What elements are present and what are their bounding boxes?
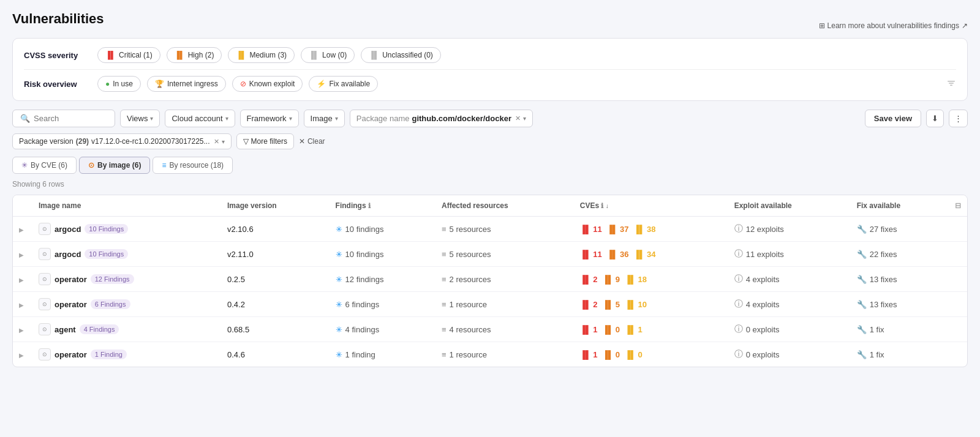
row-expander[interactable]: ▶ bbox=[19, 226, 24, 233]
chevron-down-icon: ▾ bbox=[222, 138, 225, 145]
findings-count-badge[interactable]: 10 Findings bbox=[85, 249, 128, 259]
image-dropdown[interactable]: Image ▾ bbox=[304, 110, 345, 127]
views-dropdown[interactable]: Views ▾ bbox=[120, 110, 160, 127]
cell-image-version: v2.11.0 bbox=[221, 242, 330, 267]
chevron-down-icon: ▾ bbox=[523, 115, 526, 122]
bar-orange-icon: ▐▌ bbox=[602, 300, 613, 309]
risk-known-exploit-btn[interactable]: ⊘ Known exploit bbox=[232, 76, 303, 92]
wrench-icon: 🔧 bbox=[857, 250, 867, 259]
wrench-icon: 🔧 bbox=[857, 225, 867, 234]
risk-label: Risk overview bbox=[24, 80, 91, 89]
layers-icon: ≡ bbox=[442, 350, 447, 359]
severity-medium-btn[interactable]: ▐▌ Medium (3) bbox=[228, 47, 295, 63]
cell-exploit: ⓘ 4 exploits bbox=[728, 292, 851, 317]
cell-image-name: ⊙ agent 4 Findings bbox=[32, 317, 221, 342]
risk-filter-row: Risk overview ● In use 🏆 Internet ingres… bbox=[24, 76, 956, 92]
info-circle-icon: ⓘ bbox=[734, 299, 743, 310]
warning-icon: ⊘ bbox=[240, 80, 246, 88]
framework-dropdown[interactable]: Framework ▾ bbox=[240, 110, 299, 127]
bar-yellow-icon: ▐▌ bbox=[625, 350, 636, 359]
tab-by-image[interactable]: ⊙ By image (6) bbox=[79, 157, 150, 174]
column-settings-icon[interactable]: ⊟ bbox=[955, 201, 961, 210]
row-expander[interactable]: ▶ bbox=[19, 352, 24, 359]
remove-package-name-btn[interactable]: ✕ bbox=[515, 114, 521, 122]
risk-in-use-btn[interactable]: ● In use bbox=[97, 76, 141, 92]
cves-info-icon[interactable]: ℹ bbox=[601, 202, 603, 209]
external-icon: ↗ bbox=[962, 21, 968, 30]
snowflake-icon: ✳ bbox=[336, 300, 342, 309]
bar-red-icon: ▐▌ bbox=[580, 300, 591, 309]
findings-count-badge[interactable]: 1 Finding bbox=[91, 349, 127, 359]
row-expander[interactable]: ▶ bbox=[19, 252, 24, 258]
chevron-down-icon: ▾ bbox=[150, 115, 153, 122]
save-view-button[interactable]: Save view bbox=[865, 110, 921, 127]
row-expander[interactable]: ▶ bbox=[19, 277, 24, 283]
data-table: Image name Image version Findings ℹ Affe… bbox=[12, 195, 968, 367]
cve-critical-count: ▐▌11 bbox=[580, 225, 602, 234]
table-row: ▶ ⊙ argocd 10 Findings v2.11.0 ✳ 10 find… bbox=[13, 242, 967, 267]
severity-low-btn[interactable]: ▐▌ Low (0) bbox=[301, 47, 355, 63]
cve-medium-count: ▐▌34 bbox=[634, 250, 656, 259]
download-icon: ⬇ bbox=[932, 114, 938, 123]
findings-count-badge[interactable]: 10 Findings bbox=[85, 224, 128, 234]
severity-unclassified-btn[interactable]: ▐▌ Unclassified (0) bbox=[361, 47, 441, 63]
remove-pkg-version-btn[interactable]: ✕ bbox=[214, 138, 219, 146]
findings-count-badge[interactable]: 4 Findings bbox=[80, 324, 119, 334]
findings-info-icon[interactable]: ℹ bbox=[368, 202, 371, 209]
risk-internet-ingress-btn[interactable]: 🏆 Internet ingress bbox=[147, 76, 226, 92]
severity-critical-btn[interactable]: ▐▌ Critical (1) bbox=[97, 47, 160, 63]
image-name-text: argocd bbox=[55, 225, 81, 234]
image-name-text: operator bbox=[55, 275, 87, 284]
filter-card: CVSS severity ▐▌ Critical (1) ▐▌ High (2… bbox=[12, 38, 968, 101]
findings-count-badge[interactable]: 12 Findings bbox=[91, 274, 134, 284]
cell-fix: 🔧 22 fixes bbox=[851, 242, 949, 267]
pkg-version-value: v17.12.0-ce-rc1.0.2020073017225... bbox=[91, 137, 209, 146]
snowflake-icon: ✳ bbox=[336, 250, 342, 259]
sort-icon[interactable]: ↓ bbox=[606, 203, 609, 209]
tab-by-resource[interactable]: ≡ By resource (18) bbox=[153, 157, 233, 174]
tab-by-cve[interactable]: ✳ By CVE (6) bbox=[12, 157, 77, 174]
svg-rect-1 bbox=[949, 83, 954, 84]
tab-bar: ✳ By CVE (6) ⊙ By image (6) ≡ By resourc… bbox=[12, 157, 968, 174]
search-input-container[interactable]: 🔍 bbox=[12, 110, 115, 127]
cell-resources: ≡ 2 resources bbox=[435, 267, 574, 292]
cell-resources: ≡ 1 resource bbox=[435, 342, 574, 367]
info-circle-icon: ⓘ bbox=[734, 324, 743, 335]
image-icon-thumb: ⊙ bbox=[39, 273, 51, 285]
row-expander[interactable]: ▶ bbox=[19, 327, 24, 334]
table-row: ▶ ⊙ operator 1 Finding 0.4.6 ✳ 1 finding… bbox=[13, 342, 967, 367]
cve-high-count: ▐▌0 bbox=[602, 350, 620, 359]
layers-icon: ≡ bbox=[442, 325, 447, 334]
row-expander[interactable]: ▶ bbox=[19, 302, 24, 308]
risk-fix-available-btn[interactable]: ⚡ Fix available bbox=[309, 76, 378, 92]
findings-count-badge[interactable]: 6 Findings bbox=[91, 299, 130, 309]
trophy-icon: 🏆 bbox=[155, 80, 164, 88]
info-circle-icon: ⓘ bbox=[734, 248, 743, 260]
x-icon: ✕ bbox=[299, 137, 305, 146]
pkg-version-filter: Package version (29) v17.12.0-ce-rc1.0.2… bbox=[12, 133, 232, 149]
cell-image-version: 0.4.2 bbox=[221, 292, 330, 317]
cell-image-name: ⊙ operator 12 Findings bbox=[32, 267, 221, 292]
layers-icon: ≡ bbox=[442, 275, 447, 284]
image-name-text: agent bbox=[55, 325, 76, 334]
download-button[interactable]: ⬇ bbox=[926, 110, 944, 127]
cloud-account-dropdown[interactable]: Cloud account ▾ bbox=[165, 110, 235, 127]
severity-high-btn[interactable]: ▐▌ High (2) bbox=[167, 47, 222, 63]
clear-filters-button[interactable]: ✕ Clear bbox=[299, 137, 325, 146]
table-row: ▶ ⊙ operator 6 Findings 0.4.2 ✳ 6 findin… bbox=[13, 292, 967, 317]
col-findings: Findings ℹ bbox=[330, 195, 435, 217]
bar-orange-icon: ▐▌ bbox=[607, 225, 618, 234]
cell-cves: ▐▌2 ▐▌5 ▐▌10 bbox=[574, 292, 728, 317]
more-filters-button[interactable]: ▽ More filters bbox=[236, 133, 294, 149]
cve-high-count: ▐▌36 bbox=[607, 250, 629, 259]
severity-filter-row: CVSS severity ▐▌ Critical (1) ▐▌ High (2… bbox=[24, 47, 956, 63]
search-input[interactable] bbox=[34, 114, 107, 123]
cve-medium-count: ▐▌1 bbox=[625, 325, 643, 334]
wrench-icon: 🔧 bbox=[857, 300, 867, 309]
wrench-icon: 🔧 bbox=[857, 275, 867, 284]
learn-more-link[interactable]: ⊞ Learn more about vulnerabilities findi… bbox=[819, 21, 968, 30]
bar-red-icon: ▐▌ bbox=[580, 225, 591, 234]
more-options-button[interactable]: ⋮ bbox=[949, 110, 968, 127]
layers-icon: ≡ bbox=[442, 300, 447, 309]
severity-label: CVSS severity bbox=[24, 51, 91, 60]
